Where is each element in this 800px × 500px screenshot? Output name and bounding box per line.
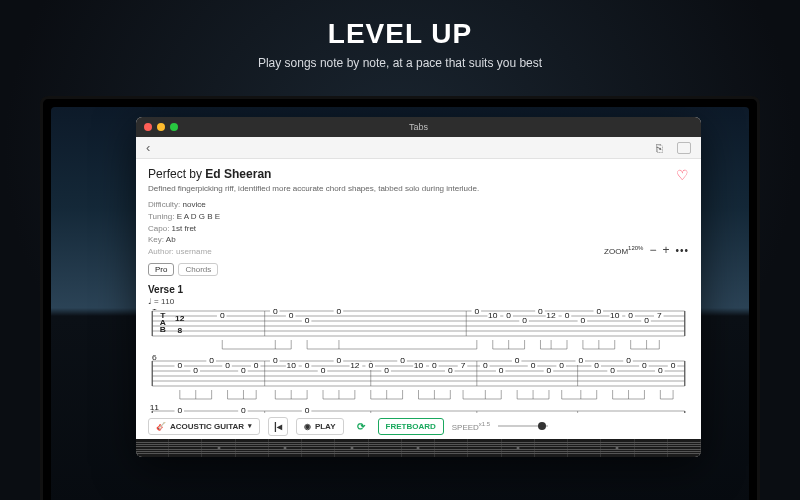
svg-text:0: 0 <box>565 312 570 321</box>
more-button[interactable]: ••• <box>675 245 689 256</box>
svg-text:0: 0 <box>220 312 225 321</box>
svg-text:0: 0 <box>337 309 342 315</box>
svg-text:0: 0 <box>581 317 586 326</box>
song-artist: Ed Sheeran <box>205 167 271 181</box>
svg-text:0: 0 <box>578 357 583 366</box>
svg-text:0: 0 <box>384 367 389 376</box>
tempo-value: = 110 <box>154 297 174 306</box>
svg-text:0: 0 <box>538 309 543 315</box>
svg-text:7: 7 <box>657 312 662 321</box>
instrument-label: ACOUSTIC GUITAR <box>170 422 244 431</box>
svg-text:0: 0 <box>671 362 676 371</box>
svg-text:0: 0 <box>448 367 453 376</box>
svg-text:0: 0 <box>522 317 527 326</box>
svg-text:0: 0 <box>337 357 342 366</box>
hero-title: LEVEL UP <box>0 0 800 50</box>
svg-text:0: 0 <box>642 362 647 371</box>
zoom-in-button[interactable]: + <box>662 243 669 257</box>
speed-label: SPEEDx1.5 <box>452 421 490 432</box>
play-icon: ◉ <box>304 422 311 431</box>
zoom-controls: ZOOM120% − + ••• <box>604 243 689 257</box>
svg-text:6: 6 <box>152 354 157 363</box>
toolbar: ‹ ⎘ <box>136 137 701 159</box>
section-name: Verse 1 <box>148 284 689 295</box>
svg-text:10: 10 <box>286 362 296 371</box>
window-title: Tabs <box>136 122 701 132</box>
svg-text:12: 12 <box>175 315 185 324</box>
svg-text:0: 0 <box>289 312 294 321</box>
note-icon: ♩ <box>148 297 152 306</box>
svg-text:0: 0 <box>531 362 536 371</box>
svg-text:0: 0 <box>193 367 198 376</box>
svg-text:11: 11 <box>150 404 160 413</box>
notation-tabs: Pro Chords <box>148 263 689 276</box>
svg-text:10: 10 <box>414 362 424 371</box>
guitar-icon: 🎸 <box>156 422 166 431</box>
svg-text:0: 0 <box>177 362 182 371</box>
svg-text:0: 0 <box>610 367 615 376</box>
svg-text:0: 0 <box>547 367 552 376</box>
svg-text:0: 0 <box>628 312 633 321</box>
tempo: ♩ = 110 <box>148 297 689 306</box>
tab-chords[interactable]: Chords <box>178 263 218 276</box>
svg-text:0: 0 <box>273 309 278 315</box>
svg-text:0: 0 <box>499 367 504 376</box>
meta-capo: Capo: 1st fret <box>148 223 689 235</box>
play-button[interactable]: ◉ PLAY <box>296 418 344 435</box>
svg-text:0: 0 <box>254 362 259 371</box>
desktop-wallpaper: Tabs ‹ ⎘ ♡ Perfect by Ed Sheeran Defined… <box>51 107 749 500</box>
monitor-frame: Tabs ‹ ⎘ ♡ Perfect by Ed Sheeran Defined… <box>40 96 760 500</box>
svg-text:8: 8 <box>177 327 182 336</box>
meta-difficulty: Difficulty: novice <box>148 199 689 211</box>
svg-text:0: 0 <box>225 362 230 371</box>
song-description: Defined fingerpicking riff, identified m… <box>148 184 689 194</box>
svg-text:0: 0 <box>559 362 564 371</box>
svg-text:0: 0 <box>506 312 511 321</box>
svg-text:0: 0 <box>596 309 601 315</box>
svg-text:0: 0 <box>273 357 278 366</box>
svg-text:0: 0 <box>241 367 246 376</box>
svg-text:0: 0 <box>515 357 520 366</box>
tab-pro[interactable]: Pro <box>148 263 174 276</box>
svg-text:0: 0 <box>305 362 310 371</box>
hero-subtitle: Play songs note by note, at a pace that … <box>0 56 800 70</box>
screen-icon[interactable] <box>677 142 691 154</box>
playback-controls: 🎸 ACOUSTIC GUITAR ▾ |◂ ◉ PLAY ⟳ FRETBOAR… <box>136 413 701 439</box>
svg-text:0: 0 <box>432 362 437 371</box>
svg-text:0: 0 <box>483 362 488 371</box>
speed-slider[interactable] <box>498 425 548 427</box>
favorite-button[interactable]: ♡ <box>676 167 689 183</box>
svg-text:0: 0 <box>644 317 649 326</box>
svg-text:0: 0 <box>474 309 479 315</box>
song-title-prefix: Perfect by <box>148 167 205 181</box>
play-label: PLAY <box>315 422 336 431</box>
svg-text:0: 0 <box>305 317 310 326</box>
song-title: Perfect by Ed Sheeran <box>148 167 689 181</box>
zoom-out-button[interactable]: − <box>649 243 656 257</box>
meta-tuning: Tuning: E A D G B E <box>148 211 689 223</box>
svg-text:0: 0 <box>658 367 663 376</box>
app-window: Tabs ‹ ⎘ ♡ Perfect by Ed Sheeran Defined… <box>136 117 701 457</box>
svg-text:12: 12 <box>546 312 556 321</box>
svg-text:10: 10 <box>610 312 620 321</box>
svg-text:0: 0 <box>209 357 214 366</box>
fretboard-button[interactable]: FRETBOARD <box>378 418 444 435</box>
zoom-value: 120% <box>628 245 643 251</box>
chevron-down-icon: ▾ <box>248 422 252 430</box>
zoom-label: ZOOM <box>604 246 628 255</box>
fretboard-view[interactable] <box>136 439 701 457</box>
svg-text:0: 0 <box>400 357 405 366</box>
rewind-button[interactable]: |◂ <box>268 417 288 436</box>
svg-text:0: 0 <box>321 367 326 376</box>
instrument-selector[interactable]: 🎸 ACOUSTIC GUITAR ▾ <box>148 418 260 435</box>
svg-text:0: 0 <box>594 362 599 371</box>
svg-text:0: 0 <box>626 357 631 366</box>
svg-text:7: 7 <box>461 362 466 371</box>
back-button[interactable]: ‹ <box>146 140 150 155</box>
svg-text:10: 10 <box>488 312 498 321</box>
svg-text:B: B <box>160 326 166 335</box>
window-titlebar[interactable]: Tabs <box>136 117 701 137</box>
svg-text:12: 12 <box>350 362 360 371</box>
library-icon[interactable]: ⎘ <box>656 142 663 154</box>
loop-button[interactable]: ⟳ <box>352 418 370 435</box>
